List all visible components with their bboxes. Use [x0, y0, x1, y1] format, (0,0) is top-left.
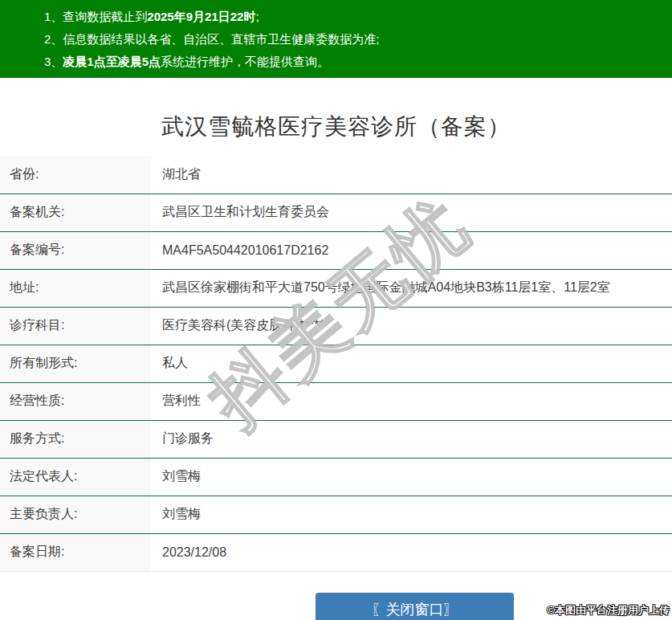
notice-line-1: 1、查询数据截止到2025年9月21日22时; [44, 6, 664, 28]
field-label: 所有制形式: [0, 345, 151, 382]
notice-line-1-pre: 1、查询数据截止到 [44, 10, 147, 23]
field-label: 法定代表人: [0, 458, 151, 496]
table-row: 服务方式: 门诊服务 [0, 420, 672, 458]
field-value: 刘雪梅 [151, 458, 672, 496]
field-label: 备案编号: [0, 231, 151, 269]
field-value: 刘雪梅 [151, 496, 672, 533]
field-label: 诊疗科目: [0, 307, 151, 345]
table-row: 地址: 武昌区徐家棚街和平大道750号绿地国际金融城A04地块B3栋11层1室、… [0, 269, 672, 307]
field-label: 备案机关: [0, 194, 151, 231]
field-value: MA4F5A50442010617D2162 [151, 231, 672, 269]
field-label: 主要负责人: [0, 496, 151, 533]
notice-line-3-post: 系统进行维护，不能提供查询。 [161, 55, 329, 68]
credit-watermark: ©本图由平台注册用户上传 [547, 603, 670, 618]
table-row: 经营性质: 营利性 [0, 382, 672, 420]
field-value: 门诊服务 [151, 420, 672, 458]
field-value: 湖北省 [151, 156, 672, 194]
notice-line-3: 3、凌晨1点至凌晨5点系统进行维护，不能提供查询。 [44, 51, 664, 73]
table-row: 法定代表人: 刘雪梅 [0, 458, 672, 496]
notice-line-1-bold: 2025年9月21日22时 [147, 10, 255, 23]
notice-line-2-pre: 2、信息数据结果以各省、自治区、直辖市卫生健康委数据为准; [44, 32, 380, 46]
notice-line-1-post: ; [255, 10, 259, 23]
field-value: 武昌区卫生和计划生育委员会 [151, 194, 672, 231]
field-label: 服务方式: [0, 420, 151, 458]
table-row: 主要负责人: 刘雪梅 [0, 496, 672, 533]
facility-info-table: 省份: 湖北省 备案机关: 武昌区卫生和计划生育委员会 备案编号: MA4F5A… [0, 156, 672, 572]
table-row: 诊疗科目: 医疗美容科(美容皮肤科)****** [0, 307, 672, 345]
field-value: 医疗美容科(美容皮肤科)****** [151, 307, 672, 345]
table-row: 备案机关: 武昌区卫生和计划生育委员会 [0, 194, 672, 231]
field-value: 私人 [151, 345, 672, 382]
table-row: 备案日期: 2023/12/08 [0, 533, 672, 571]
close-window-button[interactable]: 〖关闭窗口〗 [316, 593, 514, 620]
field-value: 2023/12/08 [151, 533, 672, 571]
notice-line-3-pre: 3、 [44, 55, 63, 68]
facility-info-table-body: 省份: 湖北省 备案机关: 武昌区卫生和计划生育委员会 备案编号: MA4F5A… [0, 156, 672, 571]
page-title: 武汉雪毓格医疗美容诊所（备案） [0, 112, 672, 142]
field-label: 地址: [0, 269, 151, 307]
notice-line-3-bold: 凌晨1点至凌晨5点 [63, 55, 161, 68]
field-label: 经营性质: [0, 382, 151, 420]
table-row: 备案编号: MA4F5A50442010617D2162 [0, 231, 672, 269]
field-label: 备案日期: [0, 533, 151, 571]
notice-bar: 1、查询数据截止到2025年9月21日22时; 2、信息数据结果以各省、自治区、… [0, 0, 672, 78]
table-row: 省份: 湖北省 [0, 156, 672, 194]
table-row: 所有制形式: 私人 [0, 345, 672, 382]
field-value: 营利性 [151, 382, 672, 420]
field-label: 省份: [0, 156, 151, 194]
field-value: 武昌区徐家棚街和平大道750号绿地国际金融城A04地块B3栋11层1室、11层2… [151, 269, 672, 307]
notice-line-2: 2、信息数据结果以各省、自治区、直辖市卫生健康委数据为准; [44, 28, 664, 51]
